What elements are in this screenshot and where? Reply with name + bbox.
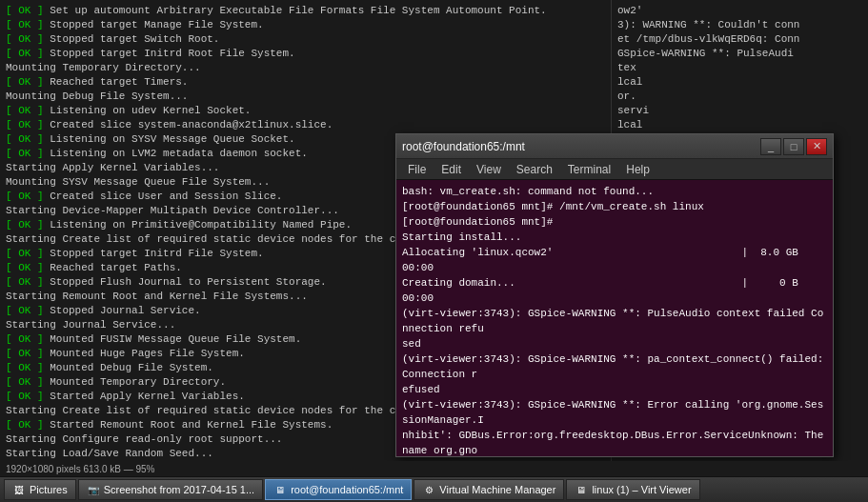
taskbar: 🖼Pictures📷Screenshot from 2017-04-15 1..… bbox=[0, 476, 868, 502]
taskbar-item-label-4: linux (1) – Virt Viewer bbox=[592, 484, 691, 495]
taskbar-item-icon-0: 🖼 bbox=[12, 483, 26, 496]
maximize-button[interactable]: □ bbox=[783, 138, 804, 155]
minimize-button[interactable]: _ bbox=[760, 138, 781, 155]
terminal-output-line: [root@foundation65 mnt]# bbox=[402, 214, 827, 230]
terminal-output-line: Creating domain... | 0 B 00:00 bbox=[402, 275, 827, 306]
taskbar-item-icon-1: 📷 bbox=[87, 483, 100, 496]
status-bar: 1920×1080 pixels 613.0 kB — 95% bbox=[0, 461, 868, 476]
log-line: GSpice-WARNING **: PulseAudi bbox=[617, 47, 862, 61]
menu-item-view[interactable]: View bbox=[469, 161, 509, 178]
taskbar-item-icon-4: 🖥 bbox=[575, 483, 588, 496]
taskbar-item-0[interactable]: 🖼Pictures bbox=[4, 479, 76, 500]
terminal-window: root@foundation65:/mnt _ □ ✕ FileEditVie… bbox=[395, 133, 834, 457]
terminal-output-line: nhibit': GDBus.Error:org.freedesktop.DBu… bbox=[402, 428, 827, 456]
taskbar-item-1[interactable]: 📷Screenshot from 2017-04-15 1... bbox=[78, 479, 263, 500]
log-line: or. bbox=[617, 90, 862, 104]
taskbar-item-2[interactable]: 🖥root@foundation65:/mnt bbox=[265, 479, 412, 500]
taskbar-item-icon-3: ⚙ bbox=[422, 483, 435, 496]
log-line: 3): WARNING **: Couldn't conn bbox=[617, 18, 862, 32]
terminal-output-line: [root@foundation65 mnt]# /mnt/vm_create.… bbox=[402, 199, 827, 214]
close-button[interactable]: ✕ bbox=[806, 138, 827, 155]
terminal-output-line: Starting install... bbox=[402, 230, 827, 245]
terminal-output-line: efused bbox=[402, 382, 827, 397]
terminal-titlebar: root@foundation65:/mnt _ □ ✕ bbox=[396, 134, 833, 159]
menu-item-file[interactable]: File bbox=[400, 161, 434, 178]
taskbar-item-4[interactable]: 🖥linux (1) – Virt Viewer bbox=[566, 479, 699, 500]
log-line: ow2' bbox=[617, 4, 862, 18]
terminal-output-line: (virt-viewer:3743): GSpice-WARNING **: E… bbox=[402, 397, 827, 428]
log-line: lcal bbox=[617, 75, 862, 90]
menu-item-edit[interactable]: Edit bbox=[434, 161, 469, 178]
taskbar-item-label-0: Pictures bbox=[30, 484, 68, 495]
terminal-output-line: bash: vm_create.sh: command not found... bbox=[402, 184, 827, 199]
log-line: servi bbox=[617, 104, 862, 118]
taskbar-item-icon-2: 🖥 bbox=[273, 483, 287, 496]
status-text: 1920×1080 pixels 613.0 kB — 95% bbox=[6, 464, 155, 474]
terminal-output-line: (virt-viewer:3743): GSpice-WARNING **: p… bbox=[402, 351, 827, 382]
log-line: et /tmp/dbus-vlkWqERD6q: Conn bbox=[617, 32, 862, 47]
menu-item-terminal[interactable]: Terminal bbox=[560, 161, 618, 178]
log-line: lcal bbox=[617, 118, 862, 132]
menu-item-help[interactable]: Help bbox=[618, 161, 657, 178]
terminal-output-line: Allocating 'linux.qcow2' | 8.0 GB 00:00 bbox=[402, 245, 827, 275]
taskbar-item-3[interactable]: ⚙Virtual Machine Manager bbox=[414, 479, 564, 500]
menu-item-search[interactable]: Search bbox=[509, 161, 560, 178]
terminal-output-line: (virt-viewer:3743): GSpice-WARNING **: P… bbox=[402, 306, 827, 336]
terminal-title: root@foundation65:/mnt bbox=[402, 140, 525, 153]
titlebar-controls: _ □ ✕ bbox=[760, 138, 827, 155]
taskbar-items: 🖼Pictures📷Screenshot from 2017-04-15 1..… bbox=[4, 479, 864, 500]
taskbar-item-label-2: root@foundation65:/mnt bbox=[291, 484, 403, 495]
terminal-menubar: FileEditViewSearchTerminalHelp bbox=[396, 159, 833, 180]
taskbar-item-label-1: Screenshot from 2017-04-15 1... bbox=[104, 484, 254, 495]
terminal-body[interactable]: bash: vm_create.sh: command not found...… bbox=[396, 180, 833, 456]
terminal-output-line: sed bbox=[402, 336, 827, 351]
log-line: tex bbox=[617, 61, 862, 75]
taskbar-item-label-3: Virtual Machine Manager bbox=[439, 484, 555, 495]
